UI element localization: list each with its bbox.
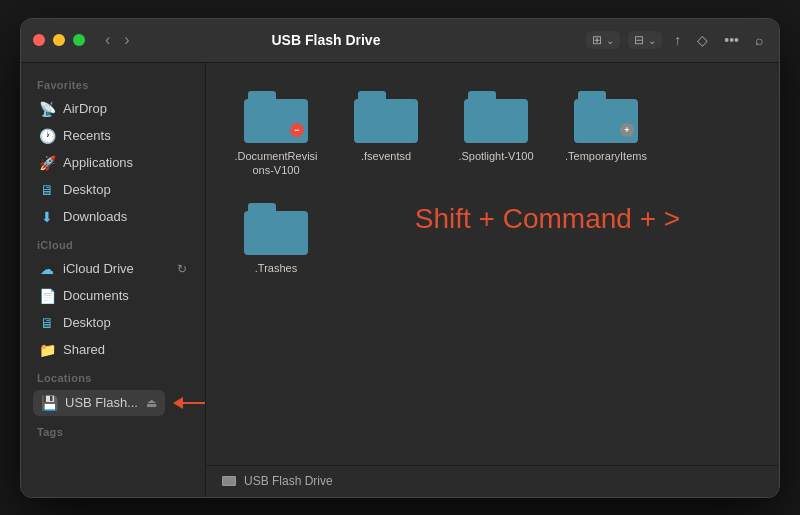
file-name-fseventsd: .fseventsd bbox=[361, 149, 411, 163]
more-button[interactable]: ••• bbox=[720, 30, 743, 50]
folder-icon-spotlight bbox=[464, 91, 528, 143]
sidebar-item-icloud-desktop[interactable]: 🖥 Desktop bbox=[27, 310, 199, 336]
folder-icon-temp-items: + bbox=[574, 91, 638, 143]
search-button[interactable]: ⌕ bbox=[751, 30, 767, 50]
sidebar-item-usb-label: USB Flash... bbox=[65, 395, 138, 410]
tags-section-label: Tags bbox=[21, 418, 205, 442]
documents-icon: 📄 bbox=[39, 288, 55, 304]
folder-icon-doc-revisions: − bbox=[244, 91, 308, 143]
downloads-icon: ⬇ bbox=[39, 209, 55, 225]
file-item-fseventsd[interactable]: .fseventsd bbox=[336, 83, 436, 186]
icloud-section-label: iCloud bbox=[21, 231, 205, 255]
view-list-toggle[interactable]: ⊟ ⌄ bbox=[628, 31, 662, 49]
folder-body: − bbox=[244, 99, 308, 143]
folder-body-5 bbox=[244, 211, 308, 255]
file-name-spotlight: .Spotlight-V100 bbox=[458, 149, 533, 163]
locations-section-label: Locations bbox=[21, 364, 205, 388]
file-item-doc-revisions[interactable]: − .DocumentRevisions-V100 bbox=[226, 83, 326, 186]
list-icon: ⊟ bbox=[634, 33, 644, 47]
sidebar-item-downloads-label: Downloads bbox=[63, 209, 187, 224]
window-title: USB Flash Drive bbox=[66, 32, 587, 48]
file-name-doc-revisions: .DocumentRevisions-V100 bbox=[234, 149, 318, 178]
sidebar-item-icloud-drive[interactable]: ☁ iCloud Drive ↻ bbox=[27, 256, 199, 282]
folder-icon-fseventsd bbox=[354, 91, 418, 143]
sidebar-item-downloads[interactable]: ⬇ Downloads bbox=[27, 204, 199, 230]
eject-icon[interactable]: ⏏ bbox=[146, 396, 157, 410]
folder-body-3 bbox=[464, 99, 528, 143]
sidebar-item-shared[interactable]: 📁 Shared bbox=[27, 337, 199, 363]
sidebar-item-recents[interactable]: 🕐 Recents bbox=[27, 123, 199, 149]
arrow-indicator bbox=[173, 397, 206, 409]
sidebar-item-applications[interactable]: 🚀 Applications bbox=[27, 150, 199, 176]
folder-body-4: + bbox=[574, 99, 638, 143]
badge-gray: + bbox=[620, 123, 634, 137]
main-content: − .DocumentRevisions-V100 .fseventsd bbox=[206, 63, 779, 497]
sidebar-item-icloud-drive-label: iCloud Drive bbox=[63, 261, 169, 276]
grid-chevron: ⌄ bbox=[606, 35, 614, 46]
desktop-icon: 🖥 bbox=[39, 182, 55, 198]
folder-icon-trashes bbox=[244, 203, 308, 255]
icloud-sync-icon: ↻ bbox=[177, 262, 187, 276]
tag-button[interactable]: ◇ bbox=[693, 30, 712, 50]
recents-icon: 🕐 bbox=[39, 128, 55, 144]
file-item-temp-items[interactable]: + .TemporaryItems bbox=[556, 83, 656, 186]
favorites-section-label: Favorites bbox=[21, 71, 205, 95]
badge-red: − bbox=[290, 123, 304, 137]
sidebar-item-recents-label: Recents bbox=[63, 128, 187, 143]
sidebar: Favorites 📡 AirDrop 🕐 Recents 🚀 Applicat… bbox=[21, 63, 206, 497]
usb-flash-row: 💾 USB Flash... ⏏ bbox=[27, 389, 199, 417]
usb-drive-icon: 💾 bbox=[41, 395, 57, 411]
file-item-spotlight[interactable]: .Spotlight-V100 bbox=[446, 83, 546, 186]
close-button[interactable] bbox=[33, 34, 45, 46]
sidebar-item-usb-flash[interactable]: 💾 USB Flash... ⏏ bbox=[33, 390, 165, 416]
folder-body-2 bbox=[354, 99, 418, 143]
toolbar-icons: ⊞ ⌄ ⊟ ⌄ ↑ ◇ ••• ⌕ bbox=[586, 30, 767, 50]
minimize-button[interactable] bbox=[53, 34, 65, 46]
list-chevron: ⌄ bbox=[648, 35, 656, 46]
sidebar-item-desktop-label: Desktop bbox=[63, 182, 187, 197]
applications-icon: 🚀 bbox=[39, 155, 55, 171]
sidebar-item-documents[interactable]: 📄 Documents bbox=[27, 283, 199, 309]
sidebar-item-airdrop-label: AirDrop bbox=[63, 101, 187, 116]
shared-icon: 📁 bbox=[39, 342, 55, 358]
file-name-temp-items: .TemporaryItems bbox=[565, 149, 647, 163]
arrow-line bbox=[181, 402, 206, 404]
status-drive-label: USB Flash Drive bbox=[244, 474, 333, 488]
sidebar-item-applications-label: Applications bbox=[63, 155, 187, 170]
titlebar: ‹ › USB Flash Drive ⊞ ⌄ ⊟ ⌄ ↑ ◇ ••• ⌕ bbox=[21, 19, 779, 63]
grid-icon: ⊞ bbox=[592, 33, 602, 47]
finder-window: ‹ › USB Flash Drive ⊞ ⌄ ⊟ ⌄ ↑ ◇ ••• ⌕ Fa… bbox=[20, 18, 780, 498]
file-grid: − .DocumentRevisions-V100 .fseventsd bbox=[206, 63, 779, 465]
airdrop-icon: 📡 bbox=[39, 101, 55, 117]
file-item-trashes[interactable]: .Trashes bbox=[226, 195, 326, 283]
content-area: Favorites 📡 AirDrop 🕐 Recents 🚀 Applicat… bbox=[21, 63, 779, 497]
share-button[interactable]: ↑ bbox=[670, 30, 685, 50]
sidebar-item-desktop[interactable]: 🖥 Desktop bbox=[27, 177, 199, 203]
sidebar-item-airdrop[interactable]: 📡 AirDrop bbox=[27, 96, 199, 122]
icloud-icon: ☁ bbox=[39, 261, 55, 277]
sidebar-item-shared-label: Shared bbox=[63, 342, 187, 357]
sidebar-item-icloud-desktop-label: Desktop bbox=[63, 315, 187, 330]
view-grid-toggle[interactable]: ⊞ ⌄ bbox=[586, 31, 620, 49]
status-bar: USB Flash Drive bbox=[206, 465, 779, 497]
shortcut-hint: Shift + Command + > bbox=[336, 195, 759, 283]
icloud-desktop-icon: 🖥 bbox=[39, 315, 55, 331]
status-drive-icon bbox=[222, 476, 236, 486]
sidebar-item-documents-label: Documents bbox=[63, 288, 187, 303]
file-name-trashes: .Trashes bbox=[255, 261, 297, 275]
